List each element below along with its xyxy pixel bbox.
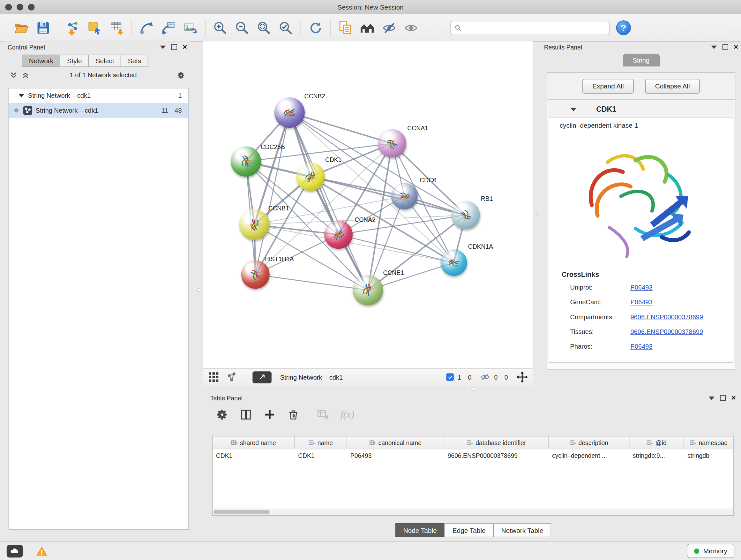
tab-select[interactable]: Select [88, 55, 121, 67]
birds-eye-view-button[interactable] [356, 17, 378, 39]
crosslink-link[interactable]: P06493 [630, 343, 652, 350]
grid-icon[interactable] [208, 371, 219, 383]
search-input[interactable] [464, 23, 605, 32]
network-node-CDK1[interactable] [296, 163, 325, 191]
zoom-in-button[interactable] [209, 17, 231, 39]
network-node-RB1[interactable] [452, 201, 480, 229]
show-graphics-button[interactable] [400, 17, 422, 39]
add-column-icon[interactable] [264, 408, 276, 421]
first-neighbors-button[interactable] [136, 17, 157, 39]
warnings-button[interactable] [34, 544, 50, 557]
column-header-canonical-name[interactable]: canonical name [347, 436, 444, 449]
float-table-icon[interactable] [720, 395, 726, 401]
table-gear-icon[interactable] [216, 408, 228, 421]
column-header-database-identifier[interactable]: database identifier [444, 436, 549, 449]
global-search-field[interactable] [451, 21, 610, 35]
column-header-description[interactable]: description [549, 436, 630, 449]
collection-count: 1 [179, 92, 182, 99]
zoom-fit-button[interactable] [253, 17, 275, 39]
gear-icon[interactable] [177, 71, 185, 79]
import-network-button[interactable] [62, 17, 84, 39]
network-node-CCNA2[interactable] [324, 220, 353, 249]
table-panel-title: Table Panel [210, 394, 243, 401]
close-table-icon[interactable]: × [731, 395, 736, 400]
column-header-name[interactable]: name [295, 436, 347, 449]
apply-layout-button[interactable] [305, 17, 327, 39]
select-columns-icon[interactable] [240, 408, 252, 421]
collapse-results-icon[interactable] [711, 45, 717, 49]
column-header-shared-name[interactable]: shared name [212, 436, 294, 449]
cloud-button[interactable] [7, 544, 23, 557]
import-database-button[interactable] [84, 17, 106, 39]
table-toolbar: f(x) [207, 403, 739, 425]
gene-name: CDK1 [596, 105, 616, 114]
network-node-CCNB2[interactable] [274, 98, 305, 128]
close-results-icon[interactable]: × [734, 45, 738, 50]
float-panel-icon[interactable] [171, 44, 177, 50]
zoom-selected-button[interactable] [275, 17, 296, 39]
collapse-all-networks-icon[interactable] [21, 71, 29, 79]
left-splitter-handle[interactable] [197, 288, 200, 292]
scrollbar-thumb[interactable] [213, 510, 270, 514]
gene-section-header[interactable]: CDK1 [549, 101, 733, 118]
expand-all-networks-icon[interactable] [10, 71, 17, 79]
network-node-HIST1H1A[interactable] [241, 260, 270, 289]
export-image-button[interactable] [179, 17, 201, 39]
collapse-all-button[interactable]: Collapse All [645, 78, 700, 93]
save-session-button[interactable] [32, 17, 54, 39]
network-node-label: CCNA2 [354, 216, 376, 223]
new-network-from-selection-button[interactable] [158, 17, 179, 39]
column-header-@id[interactable]: @id [629, 436, 684, 449]
hidden-eye-icon[interactable] [480, 373, 490, 381]
import-table-button[interactable] [106, 17, 128, 39]
network-nodes-layer: CCNB2CCNA1CDC25BCDK1CDC6RB1CCNB1CCNA2CDK… [203, 41, 533, 368]
annotation-mode-button[interactable] [253, 371, 272, 383]
tab-network[interactable]: Network [22, 55, 60, 67]
network-node-CDKN1A[interactable] [441, 249, 467, 276]
right-splitter-handle[interactable] [535, 212, 538, 215]
collapse-table-icon[interactable] [709, 396, 714, 399]
crosslink-link[interactable]: P06493 [630, 284, 652, 291]
tab-style[interactable]: Style [60, 55, 89, 67]
network-collection-row[interactable]: String Network – cdk1 1 [9, 88, 188, 103]
table-row[interactable]: CDK1CDK1P064939606.ENSP00000378699cyclin… [212, 449, 733, 462]
float-results-icon[interactable] [722, 44, 728, 50]
open-session-button[interactable] [10, 17, 32, 39]
database-import-icon [87, 20, 103, 36]
network-canvas[interactable]: CCNB2CCNA1CDC25BCDK1CDC6RB1CCNB1CCNA2CDK… [203, 41, 533, 368]
crosslink-link[interactable]: 9606.ENSP00000378699 [630, 314, 703, 320]
table-cell: cyclin–dependent ... [549, 449, 630, 462]
tab-node-table[interactable]: Node Table [395, 523, 445, 537]
network-node-CCNE1[interactable] [353, 275, 383, 305]
table-horizontal-scrollbar[interactable] [212, 509, 733, 515]
close-panel-icon[interactable]: × [183, 45, 187, 50]
expand-all-button[interactable]: Expand All [583, 78, 634, 93]
share-network-icon[interactable] [226, 371, 238, 383]
network-node-CCNB1[interactable] [239, 209, 270, 240]
collapse-panel-icon[interactable] [160, 45, 165, 49]
bottom-splitter-handle[interactable] [471, 388, 474, 391]
move-crosshair-icon[interactable] [516, 371, 528, 383]
tree-expand-icon[interactable] [18, 94, 24, 98]
network-node-CCNA1[interactable] [378, 129, 406, 158]
network-node-CDC6[interactable] [391, 183, 418, 209]
network-row[interactable]: String Network – cdk1 11 48 [9, 103, 188, 118]
results-tab-string[interactable]: String [623, 54, 660, 66]
memory-button[interactable]: Memory [687, 544, 734, 558]
tab-edge-table[interactable]: Edge Table [445, 523, 494, 537]
selected-counter: 1 – 0 [458, 374, 471, 381]
network-node-CDC25B[interactable] [231, 146, 261, 177]
selected-checkbox-icon[interactable] [446, 373, 454, 381]
zoom-out-icon [234, 20, 250, 36]
tab-sets[interactable]: Sets [121, 55, 148, 67]
tab-network-table[interactable]: Network Table [493, 523, 551, 537]
gene-collapse-icon[interactable] [570, 108, 576, 111]
column-header-namespac[interactable]: namespac [684, 436, 733, 449]
delete-column-icon[interactable] [287, 408, 300, 421]
help-button[interactable]: ? [616, 20, 631, 35]
crosslink-link[interactable]: P06493 [630, 299, 652, 306]
hide-annotations-button[interactable] [379, 17, 400, 39]
crosslink-link[interactable]: 9606.ENSP00000378699 [630, 328, 703, 335]
zoom-out-button[interactable] [231, 17, 253, 39]
copy-document-button[interactable] [335, 17, 356, 39]
